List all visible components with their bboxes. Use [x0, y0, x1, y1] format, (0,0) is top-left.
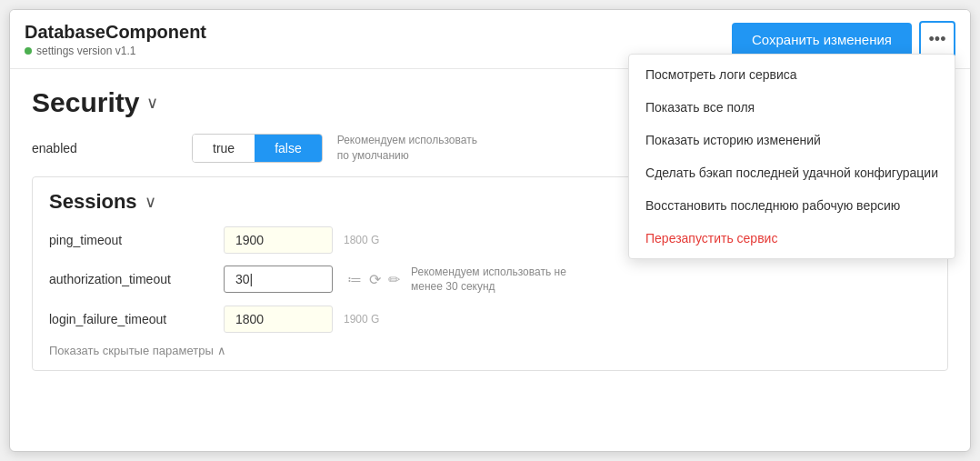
- dropdown-menu: Посмотреть логи сервиса Показать все пол…: [628, 54, 955, 259]
- login-failure-row: login_failure_timeout 1900 G: [49, 306, 931, 333]
- authorization-timeout-input[interactable]: [224, 266, 333, 293]
- login-failure-label: login_failure_timeout: [49, 312, 213, 326]
- header-left: DatabaseComponent settings version v1.1: [25, 22, 206, 57]
- app-subtitle: settings version v1.1: [25, 45, 206, 57]
- enabled-label: enabled: [32, 141, 177, 155]
- security-title: Security: [32, 87, 139, 118]
- header-right: Сохранить изменения •••: [732, 21, 955, 57]
- show-hidden-chevron-icon: ∧: [217, 344, 226, 357]
- toggle-false[interactable]: false: [255, 135, 322, 162]
- show-hidden-params[interactable]: Показать скрытые параметры ∧: [49, 344, 931, 357]
- app-subtitle-text: settings version v1.1: [36, 45, 135, 57]
- dropdown-item-show-fields[interactable]: Показать все поля: [629, 91, 955, 124]
- enabled-toggle-group: true false: [192, 134, 323, 163]
- dropdown-item-show-history[interactable]: Показать историю изменений: [629, 124, 955, 156]
- authorization-hint: Рекомендуем использовать не менее 30 сек…: [411, 265, 575, 296]
- ping-timeout-input[interactable]: [224, 226, 333, 254]
- main-window: DatabaseComponent settings version v1.1 …: [9, 9, 971, 452]
- authorization-timeout-actions: ≔ ⟳ ✏: [347, 271, 400, 288]
- show-hidden-label: Показать скрытые параметры: [49, 344, 214, 357]
- dropdown-item-restart[interactable]: Перезапустить сервис: [629, 222, 955, 255]
- dropdown-item-restore[interactable]: Восстановить последнюю рабочую версию: [629, 189, 955, 222]
- reset-icon[interactable]: ⟳: [369, 271, 381, 288]
- enabled-hint: Рекомендуем использовать по умолчанию: [337, 133, 483, 164]
- ping-timeout-label: ping_timeout: [49, 233, 213, 247]
- more-button[interactable]: •••: [919, 21, 955, 57]
- toggle-true[interactable]: true: [193, 135, 255, 162]
- login-failure-default: 1900 G: [344, 313, 379, 326]
- sessions-title: Sessions: [49, 190, 137, 214]
- edit-icon[interactable]: ✏: [388, 271, 400, 288]
- more-icon: •••: [929, 30, 946, 49]
- save-button[interactable]: Сохранить изменения: [732, 23, 912, 56]
- login-failure-input[interactable]: [224, 306, 333, 333]
- security-chevron-icon[interactable]: ∨: [146, 93, 158, 113]
- status-dot: [25, 47, 32, 55]
- authorization-timeout-row: authorization_timeout ≔ ⟳ ✏ Рекомендуем …: [49, 265, 931, 296]
- authorization-timeout-label: authorization_timeout: [49, 272, 213, 286]
- dropdown-item-view-logs[interactable]: Посмотреть логи сервиса: [629, 58, 955, 91]
- copy-icon[interactable]: ≔: [347, 271, 362, 288]
- dropdown-item-backup[interactable]: Сделать бэкап последней удачной конфигур…: [629, 156, 955, 189]
- app-title: DatabaseComponent: [25, 22, 206, 43]
- ping-timeout-default: 1800 G: [344, 234, 379, 246]
- sessions-chevron-icon[interactable]: ∨: [145, 192, 156, 212]
